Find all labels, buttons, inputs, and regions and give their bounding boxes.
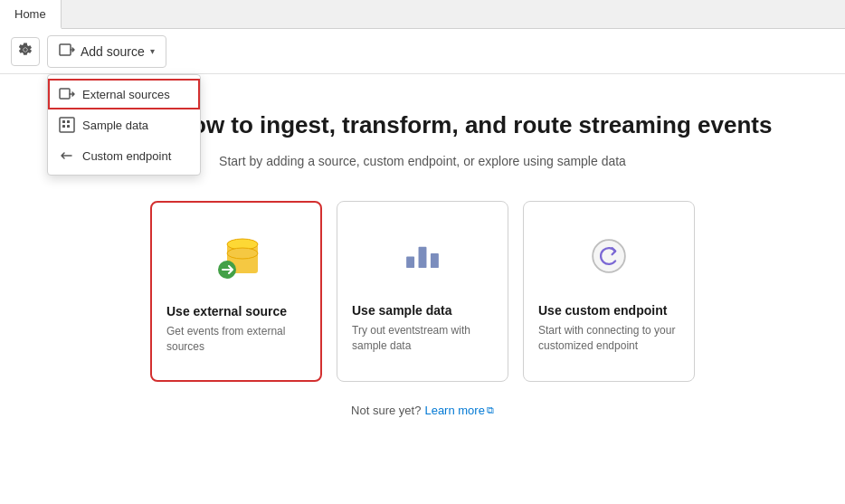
app-container: Home Add source ▾ (0, 0, 845, 504)
svg-rect-1 (60, 89, 70, 99)
sample-data-label: Sample data (82, 119, 148, 132)
svg-rect-4 (67, 120, 70, 123)
chevron-down-icon: ▾ (150, 46, 155, 56)
custom-endpoint-label: Custom endpoint (82, 149, 171, 163)
sample-data-chart-icon (400, 233, 445, 279)
add-source-icon (59, 42, 75, 62)
home-tab[interactable]: Home (0, 0, 62, 29)
card-sample-data-desc: Try out eventstream with sample data (352, 323, 493, 354)
gear-button[interactable] (11, 37, 40, 66)
footer-text: Not sure yet? (351, 404, 421, 417)
card-external-source-icon-area (166, 221, 306, 293)
page-subtitle: Start by adding a source, custom endpoin… (219, 154, 626, 168)
dropdown-item-custom-endpoint[interactable]: Custom endpoint (48, 140, 200, 171)
learn-more-label: Learn more (424, 404, 484, 417)
custom-endpoint-circle-icon (586, 233, 631, 279)
card-sample-data[interactable]: Use sample data Try out eventstream with… (337, 201, 508, 382)
card-custom-endpoint-icon-area (538, 220, 679, 292)
custom-endpoint-icon (59, 147, 75, 164)
toolbar: Add source ▾ External sources (0, 29, 845, 74)
card-sample-data-title: Use sample data (352, 303, 452, 318)
dropdown-item-external-sources[interactable]: External sources (48, 79, 200, 109)
add-source-label: Add source (81, 44, 145, 59)
external-link-icon: ⧉ (487, 404, 494, 416)
add-source-button[interactable]: Add source ▾ (47, 35, 166, 68)
gear-icon (18, 43, 33, 61)
svg-point-15 (593, 240, 625, 272)
card-sample-data-icon-area (352, 220, 493, 292)
external-source-icon (209, 230, 263, 284)
card-external-source[interactable]: Use external source Get events from exte… (150, 201, 322, 382)
footer-area: Not sure yet? Learn more ⧉ (351, 404, 494, 417)
svg-rect-6 (67, 125, 70, 128)
svg-rect-14 (431, 253, 439, 268)
card-custom-endpoint-desc: Start with connecting to your customized… (538, 323, 679, 354)
svg-rect-2 (60, 118, 74, 132)
external-sources-label: External sources (82, 88, 170, 101)
svg-rect-3 (62, 120, 65, 123)
external-sources-icon (59, 86, 75, 102)
card-external-source-desc: Get events from external sources (166, 324, 306, 355)
card-external-source-title: Use external source (166, 304, 287, 319)
card-custom-endpoint[interactable]: Use custom endpoint Start with connectin… (523, 201, 695, 382)
svg-rect-12 (406, 256, 414, 268)
sample-data-icon (59, 117, 75, 133)
dropdown-item-sample-data[interactable]: Sample data (48, 109, 200, 140)
learn-more-link[interactable]: Learn more ⧉ (424, 404, 493, 417)
svg-point-10 (227, 248, 258, 259)
cards-row: Use external source Get events from exte… (150, 201, 695, 382)
tab-label: Home (14, 7, 46, 21)
card-custom-endpoint-title: Use custom endpoint (538, 303, 667, 318)
tab-bar: Home (0, 0, 845, 29)
svg-rect-5 (62, 125, 65, 128)
svg-rect-13 (419, 247, 427, 268)
dropdown-menu: External sources Sample data (47, 74, 201, 176)
svg-rect-0 (60, 44, 71, 55)
